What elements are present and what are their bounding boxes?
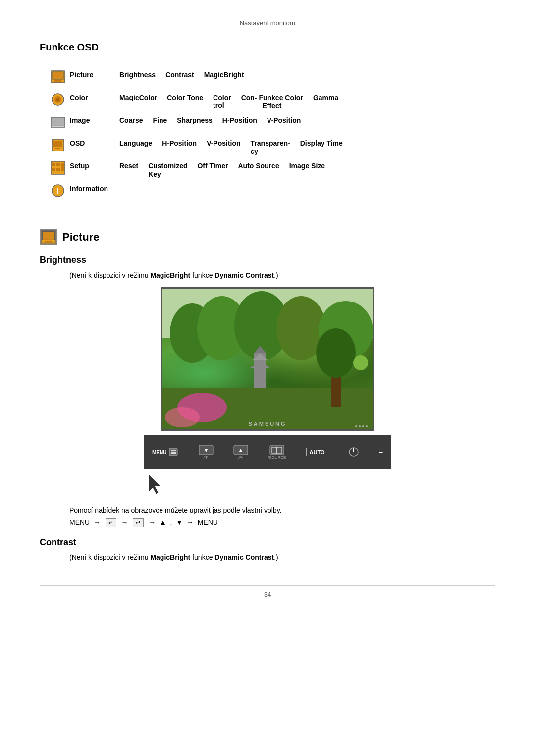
svg-rect-2 bbox=[54, 80, 61, 82]
item-h-position: H-Position bbox=[222, 115, 257, 124]
item-colortone: Color Tone bbox=[167, 93, 203, 110]
menu-information-label: Information bbox=[70, 184, 119, 193]
ctrl-menu-group: MENU bbox=[152, 447, 178, 457]
menu-arrow-up: ▲ bbox=[160, 518, 166, 526]
svg-point-37 bbox=[165, 407, 200, 427]
ctrl-source-label: /SOURCE bbox=[268, 455, 286, 460]
svg-point-38 bbox=[353, 355, 368, 370]
item-display-time: Display Time bbox=[300, 138, 343, 156]
item-sharpness: Sharpness bbox=[177, 115, 213, 124]
ctrl-source-group: /SOURCE bbox=[268, 445, 286, 460]
menu-btn-enter2: ↵ bbox=[133, 518, 144, 527]
ctrl-minus-label: − bbox=[379, 448, 383, 456]
picture-section-header: Picture bbox=[40, 229, 495, 245]
ctrl-power-icon bbox=[348, 447, 359, 457]
menu-setup-label: Setup bbox=[70, 161, 119, 170]
osd-row-image: Image Coarse Fine Sharpness H-Position V… bbox=[50, 115, 485, 133]
ctrl-auto-label: AUTO bbox=[306, 448, 328, 456]
menu-arrow-down: ▼ bbox=[176, 518, 183, 526]
item-image-size: Image Size bbox=[289, 161, 325, 179]
setup-icon bbox=[50, 161, 66, 175]
monitor-buttons bbox=[355, 425, 368, 427]
osd-row-osd: OSD Language H-Position V-Position Trans… bbox=[50, 138, 485, 156]
svg-rect-21 bbox=[43, 231, 55, 240]
item-gamma: Gamma bbox=[313, 93, 338, 110]
menu-path: MENU → ↵ → ↵ → ▲ , ▼ → MENU bbox=[69, 518, 495, 527]
menu-image-items: Coarse Fine Sharpness H-Position V-Posit… bbox=[119, 115, 485, 124]
ctrl-menu-icon bbox=[168, 447, 178, 457]
item-reset: Reset bbox=[119, 161, 138, 179]
ctrl-brightness-group: ▲ /◎ bbox=[233, 445, 248, 460]
svg-text:▲: ▲ bbox=[238, 447, 244, 454]
osd-row-information: i Information bbox=[50, 184, 485, 202]
item-brightness: Brightness bbox=[119, 70, 156, 79]
svg-point-5 bbox=[56, 98, 59, 101]
bottom-border bbox=[40, 581, 495, 586]
menu-image-label: Image bbox=[70, 115, 119, 124]
osd-row-picture: Picture Brightness Contrast MagicBright bbox=[50, 70, 485, 88]
color-icon bbox=[50, 93, 66, 106]
svg-marker-33 bbox=[250, 362, 270, 368]
svg-point-35 bbox=[316, 328, 356, 378]
item-magiccolor: MagicColor bbox=[119, 93, 157, 110]
menu-btn-enter1: ↵ bbox=[106, 518, 116, 527]
picture-large-icon bbox=[40, 229, 57, 245]
menu-color-label: Color bbox=[70, 93, 119, 101]
menu-end: MENU bbox=[198, 518, 218, 526]
page-header: Nastavení monitoru bbox=[40, 15, 495, 27]
page-number: 34 bbox=[40, 591, 495, 598]
monitor-image-container: SAMSUNG MENU bbox=[40, 287, 495, 497]
svg-rect-16 bbox=[56, 168, 60, 171]
ctrl-minus-group: − bbox=[379, 448, 383, 456]
item-v-position: V-Position bbox=[267, 115, 301, 124]
monitor-brand: SAMSUNG bbox=[248, 421, 286, 427]
ctrl-power-group bbox=[348, 447, 359, 457]
svg-rect-14 bbox=[56, 163, 60, 166]
osd-icon bbox=[50, 138, 66, 152]
ctrl-source-icon bbox=[269, 445, 284, 455]
brightness-note: (Není k dispozici v režimu MagicBright f… bbox=[69, 271, 495, 279]
item-contrast: Contrast bbox=[165, 70, 194, 79]
menu-osd-label: OSD bbox=[70, 138, 119, 147]
svg-text:▼: ▼ bbox=[203, 447, 209, 454]
svg-rect-10 bbox=[54, 141, 62, 147]
item-coarse: Coarse bbox=[119, 115, 143, 124]
monitor-screen: SAMSUNG bbox=[161, 287, 374, 431]
ctrl-down-icon: ▼ bbox=[199, 445, 214, 455]
monitor-screen-wrapper: SAMSUNG bbox=[161, 287, 374, 431]
header-title: Nastavení monitoru bbox=[240, 19, 296, 27]
menu-color-items: MagicColor Color Tone Colortrol Con- Fun… bbox=[119, 93, 485, 110]
osd-row-color: Color MagicColor Color Tone Colortrol Co… bbox=[50, 93, 485, 110]
ctrl-auto-group: AUTO bbox=[306, 448, 328, 456]
item-osd-v-position: V-Position bbox=[207, 138, 240, 156]
ctrl-arrow-down: ▼ /▼ bbox=[199, 445, 214, 460]
osd-table: Picture Brightness Contrast MagicBright … bbox=[40, 62, 495, 214]
svg-rect-11 bbox=[55, 148, 60, 149]
page-container: Nastavení monitoru Funkce OSD Picture Br… bbox=[0, 0, 535, 756]
funkce-osd-title: Funkce OSD bbox=[40, 42, 495, 53]
ctrl-menu-label: MENU bbox=[152, 450, 166, 455]
item-fine: Fine bbox=[153, 115, 167, 124]
svg-rect-7 bbox=[52, 118, 64, 125]
brightness-title: Brightness bbox=[40, 255, 495, 265]
cursor-arrow-svg bbox=[144, 472, 173, 497]
svg-rect-13 bbox=[52, 163, 55, 166]
info-icon: i bbox=[50, 184, 66, 198]
picture-section-title: Picture bbox=[62, 231, 100, 244]
item-language: Language bbox=[119, 138, 152, 156]
ctrl-brightness-label: /◎ bbox=[238, 455, 243, 460]
navigation-text: Pomocí nabídek na obrazovce můžete uprav… bbox=[69, 506, 495, 514]
ctrl-brightness-icon: ▲ bbox=[233, 445, 248, 455]
svg-rect-17 bbox=[61, 163, 64, 171]
menu-osd-items: Language H-Position V-Position Transpare… bbox=[119, 138, 485, 156]
item-colortrol: Colortrol bbox=[213, 93, 231, 110]
item-off-timer: Off Timer bbox=[197, 161, 228, 179]
menu-label: MENU bbox=[69, 518, 90, 526]
svg-rect-15 bbox=[52, 168, 55, 171]
svg-rect-1 bbox=[53, 72, 63, 79]
menu-picture-items: Brightness Contrast MagicBright bbox=[119, 70, 485, 79]
svg-text:i: i bbox=[57, 187, 59, 195]
item-customized-key: CustomizedKey bbox=[148, 161, 187, 179]
item-osd-h-position: H-Position bbox=[162, 138, 197, 156]
item-magicbright: MagicBright bbox=[204, 70, 244, 79]
